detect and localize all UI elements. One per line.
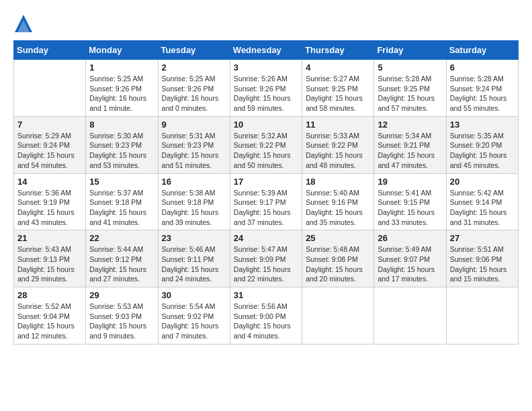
calendar-cell: 3Sunrise: 5:26 AM Sunset: 9:26 PM Daylig… [230, 60, 302, 117]
logo [13, 13, 37, 34]
calendar-cell: 24Sunrise: 5:47 AM Sunset: 9:09 PM Dayli… [230, 230, 302, 287]
calendar-week-5: 28Sunrise: 5:52 AM Sunset: 9:04 PM Dayli… [14, 287, 519, 345]
logo-icon [13, 13, 34, 34]
day-info: Sunrise: 5:35 AM Sunset: 9:20 PM Dayligh… [450, 131, 515, 171]
calendar-cell: 29Sunrise: 5:53 AM Sunset: 9:03 PM Dayli… [86, 287, 158, 345]
calendar-cell: 7Sunrise: 5:29 AM Sunset: 9:24 PM Daylig… [14, 116, 86, 173]
calendar-cell: 14Sunrise: 5:36 AM Sunset: 9:19 PM Dayli… [14, 173, 86, 230]
day-info: Sunrise: 5:52 AM Sunset: 9:04 PM Dayligh… [17, 302, 82, 341]
calendar-cell: 11Sunrise: 5:33 AM Sunset: 9:22 PM Dayli… [302, 116, 374, 173]
day-info: Sunrise: 5:51 AM Sunset: 9:06 PM Dayligh… [450, 244, 515, 284]
day-number: 5 [378, 62, 442, 73]
calendar-table: SundayMondayTuesdayWednesdayThursdayFrid… [13, 40, 519, 345]
day-number: 21 [17, 233, 82, 243]
calendar-cell [302, 287, 374, 345]
calendar-cell: 8Sunrise: 5:30 AM Sunset: 9:23 PM Daylig… [86, 116, 158, 173]
day-number: 10 [234, 120, 298, 130]
calendar-cell: 19Sunrise: 5:41 AM Sunset: 9:15 PM Dayli… [374, 173, 446, 230]
calendar-cell: 5Sunrise: 5:28 AM Sunset: 9:25 PM Daylig… [374, 60, 446, 117]
calendar-cell: 12Sunrise: 5:34 AM Sunset: 9:21 PM Dayli… [374, 116, 446, 173]
day-number: 16 [162, 177, 226, 187]
day-info: Sunrise: 5:28 AM Sunset: 9:24 PM Dayligh… [450, 74, 515, 113]
day-number: 2 [162, 62, 226, 73]
day-number: 27 [450, 233, 515, 243]
calendar-cell: 21Sunrise: 5:43 AM Sunset: 9:13 PM Dayli… [14, 230, 86, 287]
day-info: Sunrise: 5:46 AM Sunset: 9:11 PM Dayligh… [162, 244, 226, 284]
calendar-header-row: SundayMondayTuesdayWednesdayThursdayFrid… [14, 41, 519, 60]
day-info: Sunrise: 5:53 AM Sunset: 9:03 PM Dayligh… [89, 302, 154, 341]
day-number: 12 [378, 120, 442, 130]
calendar-cell [374, 287, 446, 345]
calendar-cell: 10Sunrise: 5:32 AM Sunset: 9:22 PM Dayli… [230, 116, 302, 173]
calendar-cell: 16Sunrise: 5:38 AM Sunset: 9:18 PM Dayli… [158, 173, 230, 230]
day-number: 3 [234, 62, 298, 73]
calendar-week-3: 14Sunrise: 5:36 AM Sunset: 9:19 PM Dayli… [14, 173, 519, 230]
day-number: 14 [17, 177, 82, 187]
day-info: Sunrise: 5:36 AM Sunset: 9:19 PM Dayligh… [17, 188, 82, 228]
day-info: Sunrise: 5:56 AM Sunset: 9:00 PM Dayligh… [234, 302, 298, 341]
day-info: Sunrise: 5:41 AM Sunset: 9:15 PM Dayligh… [378, 188, 442, 228]
calendar-week-4: 21Sunrise: 5:43 AM Sunset: 9:13 PM Dayli… [14, 230, 519, 287]
day-number: 30 [162, 290, 226, 300]
day-number: 6 [450, 62, 515, 73]
day-info: Sunrise: 5:47 AM Sunset: 9:09 PM Dayligh… [234, 244, 298, 284]
day-number: 8 [89, 120, 154, 130]
day-info: Sunrise: 5:38 AM Sunset: 9:18 PM Dayligh… [162, 188, 226, 228]
calendar-cell: 22Sunrise: 5:44 AM Sunset: 9:12 PM Dayli… [86, 230, 158, 287]
calendar-cell: 28Sunrise: 5:52 AM Sunset: 9:04 PM Dayli… [14, 287, 86, 345]
header-friday: Friday [374, 41, 446, 60]
calendar-cell: 26Sunrise: 5:49 AM Sunset: 9:07 PM Dayli… [374, 230, 446, 287]
day-info: Sunrise: 5:25 AM Sunset: 9:26 PM Dayligh… [162, 74, 226, 113]
calendar-cell: 4Sunrise: 5:27 AM Sunset: 9:25 PM Daylig… [302, 60, 374, 117]
day-number: 11 [306, 120, 370, 130]
day-info: Sunrise: 5:29 AM Sunset: 9:24 PM Dayligh… [17, 131, 82, 171]
day-number: 17 [234, 177, 298, 187]
day-info: Sunrise: 5:33 AM Sunset: 9:22 PM Dayligh… [306, 131, 370, 171]
day-info: Sunrise: 5:30 AM Sunset: 9:23 PM Dayligh… [89, 131, 154, 171]
day-info: Sunrise: 5:26 AM Sunset: 9:26 PM Dayligh… [234, 74, 298, 113]
day-info: Sunrise: 5:43 AM Sunset: 9:13 PM Dayligh… [17, 244, 82, 284]
day-number: 26 [378, 233, 442, 243]
day-info: Sunrise: 5:37 AM Sunset: 9:18 PM Dayligh… [89, 188, 154, 228]
calendar-week-1: 1Sunrise: 5:25 AM Sunset: 9:26 PM Daylig… [14, 60, 519, 117]
calendar-cell: 2Sunrise: 5:25 AM Sunset: 9:26 PM Daylig… [158, 60, 230, 117]
day-number: 22 [89, 233, 154, 243]
day-info: Sunrise: 5:49 AM Sunset: 9:07 PM Dayligh… [378, 244, 442, 284]
day-info: Sunrise: 5:32 AM Sunset: 9:22 PM Dayligh… [234, 131, 298, 171]
calendar-cell: 9Sunrise: 5:31 AM Sunset: 9:23 PM Daylig… [158, 116, 230, 173]
day-number: 7 [17, 120, 82, 130]
day-number: 9 [162, 120, 226, 130]
day-info: Sunrise: 5:48 AM Sunset: 9:08 PM Dayligh… [306, 244, 370, 284]
header-sunday: Sunday [14, 41, 86, 60]
calendar-cell [446, 287, 518, 345]
day-info: Sunrise: 5:25 AM Sunset: 9:26 PM Dayligh… [89, 74, 154, 113]
day-number: 19 [378, 177, 442, 187]
calendar-cell: 17Sunrise: 5:39 AM Sunset: 9:17 PM Dayli… [230, 173, 302, 230]
day-number: 1 [89, 62, 154, 73]
calendar-cell: 6Sunrise: 5:28 AM Sunset: 9:24 PM Daylig… [446, 60, 518, 117]
calendar-cell: 25Sunrise: 5:48 AM Sunset: 9:08 PM Dayli… [302, 230, 374, 287]
day-number: 15 [89, 177, 154, 187]
page-header [13, 13, 519, 34]
day-info: Sunrise: 5:34 AM Sunset: 9:21 PM Dayligh… [378, 131, 442, 171]
day-number: 13 [450, 120, 515, 130]
header-tuesday: Tuesday [158, 41, 230, 60]
calendar-cell: 27Sunrise: 5:51 AM Sunset: 9:06 PM Dayli… [446, 230, 518, 287]
calendar-cell: 15Sunrise: 5:37 AM Sunset: 9:18 PM Dayli… [86, 173, 158, 230]
calendar-cell [14, 60, 86, 117]
calendar-cell: 18Sunrise: 5:40 AM Sunset: 9:16 PM Dayli… [302, 173, 374, 230]
calendar-cell: 23Sunrise: 5:46 AM Sunset: 9:11 PM Dayli… [158, 230, 230, 287]
day-info: Sunrise: 5:28 AM Sunset: 9:25 PM Dayligh… [378, 74, 442, 113]
calendar-cell: 13Sunrise: 5:35 AM Sunset: 9:20 PM Dayli… [446, 116, 518, 173]
calendar-cell: 30Sunrise: 5:54 AM Sunset: 9:02 PM Dayli… [158, 287, 230, 345]
day-number: 29 [89, 290, 154, 300]
calendar-week-2: 7Sunrise: 5:29 AM Sunset: 9:24 PM Daylig… [14, 116, 519, 173]
header-saturday: Saturday [446, 41, 518, 60]
day-number: 28 [17, 290, 82, 300]
header-thursday: Thursday [302, 41, 374, 60]
day-info: Sunrise: 5:40 AM Sunset: 9:16 PM Dayligh… [306, 188, 370, 228]
calendar-cell: 20Sunrise: 5:42 AM Sunset: 9:14 PM Dayli… [446, 173, 518, 230]
calendar-cell: 1Sunrise: 5:25 AM Sunset: 9:26 PM Daylig… [86, 60, 158, 117]
day-info: Sunrise: 5:54 AM Sunset: 9:02 PM Dayligh… [162, 302, 226, 341]
day-info: Sunrise: 5:31 AM Sunset: 9:23 PM Dayligh… [162, 131, 226, 171]
